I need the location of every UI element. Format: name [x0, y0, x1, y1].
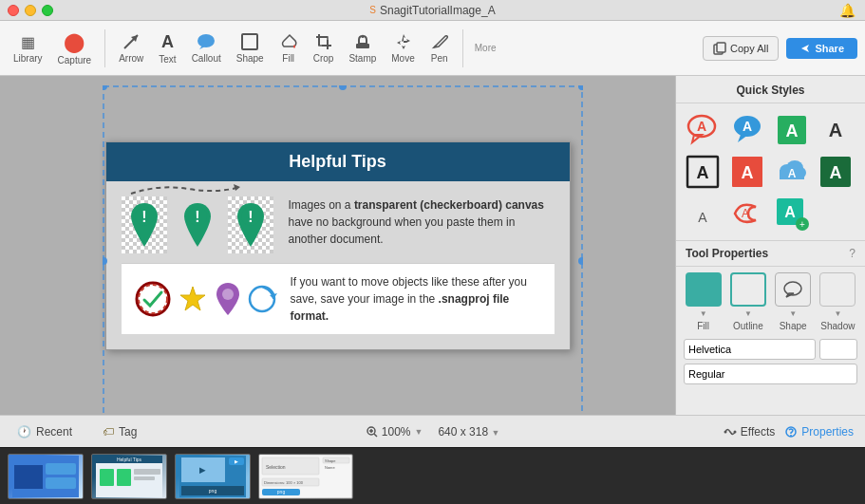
dashed-arrow [122, 179, 254, 198]
thumbnail-3[interactable]: ▶ ▶ png [175, 454, 251, 499]
svg-text:A: A [742, 207, 749, 220]
style-black-border[interactable]: A [684, 153, 722, 191]
font-family-row: Helvetica Arial Times New Roman 10 12 14 [676, 337, 865, 362]
style-blue-bubble[interactable]: A [728, 111, 766, 149]
svg-text:A: A [785, 121, 798, 140]
more-label[interactable]: More [471, 39, 500, 57]
style-red-bubble[interactable]: A [684, 111, 722, 149]
thumb-2-image: Helpful Tips [96, 456, 162, 497]
notification-bell[interactable]: 🔔 [839, 3, 856, 18]
style-red-fill[interactable]: A [728, 153, 766, 191]
thumbnail-2[interactable]: Helpful Tips [91, 454, 167, 499]
rotation-icon [247, 284, 277, 314]
style-teal-plus[interactable]: A + [773, 195, 811, 233]
svg-text:A: A [698, 210, 707, 225]
capture-tool[interactable]: ⬤ Capture [52, 27, 98, 69]
size-display[interactable]: 640 x 318 ▼ [438, 425, 499, 439]
properties-label: Properties [801, 425, 854, 439]
zoom-label: 100% [382, 425, 411, 439]
font-family-select[interactable]: Helvetica Arial Times New Roman [684, 339, 816, 360]
arrow-tool[interactable]: Arrow [113, 28, 149, 67]
text-tool[interactable]: A Text [153, 28, 181, 68]
shape-tool[interactable]: Shape [231, 28, 270, 67]
thumbnail-4[interactable]: Selection Shape Name Dimensions: 100 × 1… [258, 454, 353, 499]
svg-point-29 [578, 85, 583, 90]
shadow-chevron: ▼ [834, 309, 841, 318]
style-red-arrow[interactable]: A [728, 195, 766, 233]
style-green-box[interactable]: A [773, 111, 811, 149]
canvas-area[interactable]: Helpful Tips [0, 76, 675, 415]
svg-text:!: ! [195, 209, 199, 225]
tool-properties-label: Tool Properties [686, 247, 768, 260]
svg-point-69 [733, 430, 736, 433]
shadow-prop-button[interactable]: ▼ Shadow [819, 272, 856, 331]
callout-tool[interactable]: Callout [186, 28, 227, 67]
svg-text:A: A [830, 163, 842, 182]
style-dark-green[interactable]: A [817, 153, 855, 191]
tag-icon: 🏷 [103, 425, 114, 439]
svg-rect-80 [117, 469, 131, 486]
canvas-row2: If you want to move objects like these a… [122, 263, 555, 334]
effects-button[interactable]: Effects [724, 425, 775, 439]
svg-rect-79 [100, 469, 114, 486]
thumbnail-1[interactable] [8, 454, 84, 499]
svg-text:png: png [277, 489, 286, 495]
window-title-area: S SnagitTutorialImage_A [369, 4, 495, 17]
library-icon: ▦ [21, 33, 35, 51]
crop-tool[interactable]: Crop [308, 28, 340, 67]
pen-tool[interactable]: Pen [424, 28, 455, 67]
canvas-title: Helpful Tips [289, 152, 386, 171]
shape-prop-button[interactable]: ▼ Shape [775, 272, 811, 331]
status-right: Effects Properties [724, 425, 854, 439]
maximize-button[interactable] [42, 5, 53, 16]
effects-icon [724, 425, 737, 439]
fill-color-box [686, 272, 722, 307]
star-icon [177, 283, 209, 315]
svg-text:+: + [799, 219, 805, 230]
fill-icon [279, 32, 298, 51]
pin-icon-3: ! [234, 201, 268, 249]
fill-prop-button[interactable]: ▼ Fill [686, 272, 722, 331]
zoom-control[interactable]: 100% ▼ [367, 425, 423, 439]
outline-prop-button[interactable]: ▼ Outline [730, 272, 766, 331]
separator-2 [462, 29, 463, 67]
style-plain-a[interactable]: A [817, 111, 855, 149]
canvas-row1: ! ! [122, 196, 555, 253]
properties-button[interactable]: Properties [784, 425, 854, 439]
style-cloud-blue[interactable]: A [773, 153, 811, 191]
tag-tab[interactable]: 🏷 Tag [97, 422, 142, 441]
copy-icon [713, 42, 726, 55]
zoom-chevron: ▼ [415, 427, 423, 437]
outline-chevron: ▼ [744, 309, 752, 318]
separator-1 [104, 29, 105, 67]
capture-icon: ⬤ [64, 30, 85, 53]
share-button[interactable]: Share [786, 38, 857, 59]
library-tool[interactable]: ▦ Library [8, 29, 48, 67]
help-icon[interactable]: ? [849, 247, 856, 260]
move-tool[interactable]: Move [385, 28, 420, 67]
shape-box [775, 272, 811, 307]
capture-label: Capture [58, 55, 92, 65]
font-size-select[interactable]: 10 12 14 [819, 339, 857, 360]
move-icon [394, 32, 413, 51]
style-small-a[interactable]: A [684, 195, 722, 233]
canvas-row2-text: If you want to move objects like these a… [291, 273, 541, 325]
svg-text:A: A [829, 120, 842, 140]
callout-icon [196, 32, 216, 51]
status-center: 100% ▼ 640 x 318 ▼ [367, 425, 500, 439]
zoom-icon [367, 426, 378, 438]
fill-tool[interactable]: Fill [273, 28, 304, 67]
svg-point-2 [197, 34, 215, 47]
size-label: 640 x 318 [438, 425, 488, 439]
svg-point-22 [137, 283, 169, 315]
fill-chevron: ▼ [700, 309, 707, 318]
font-weight-select[interactable]: Regular Bold Italic [684, 364, 857, 384]
close-button[interactable] [8, 5, 19, 16]
share-icon [799, 43, 811, 54]
recent-tab[interactable]: 🕐 Recent [11, 422, 78, 441]
minimize-button[interactable] [25, 5, 36, 16]
svg-point-71 [790, 435, 792, 437]
svg-text:png: png [209, 488, 217, 494]
copy-all-button[interactable]: Copy All [703, 36, 779, 61]
stamp-tool[interactable]: Stamp [343, 28, 382, 67]
